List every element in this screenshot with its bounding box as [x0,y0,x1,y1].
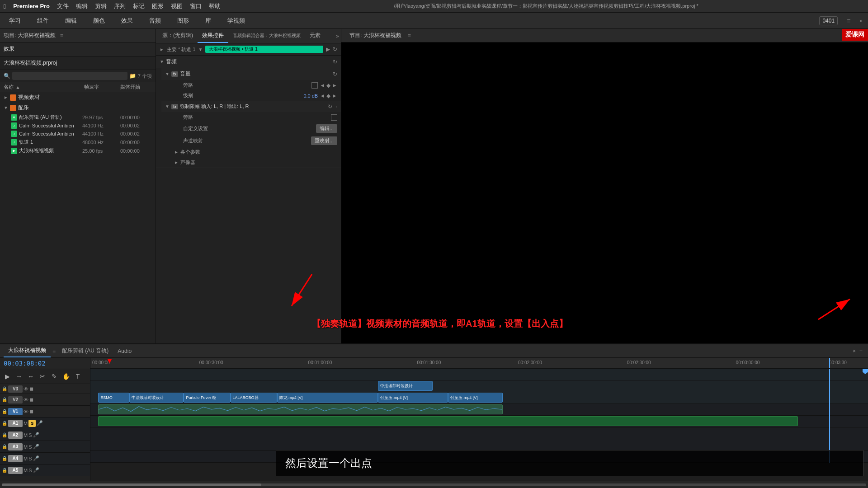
toolbar-graphics[interactable]: 图形 [174,16,193,26]
toolbar-effects[interactable]: 效果 [118,16,137,26]
tab-effects[interactable]: 效果 [4,44,14,54]
a4-solo[interactable]: S [28,456,32,461]
tool-pen[interactable]: ✎ [49,371,60,382]
a4-mic[interactable]: 🎤 [33,455,39,461]
timeline-tc-value[interactable]: 00:03:08:02 [4,360,46,367]
a4-lock[interactable]: 🔒 [2,456,7,461]
a1-lock[interactable]: 🔒 [2,421,7,426]
project-panel-menu[interactable]: ≡ [60,33,63,39]
folder-icon[interactable]: 📁 [129,73,136,79]
a1-solo[interactable]: S [28,420,36,427]
audio-arrow[interactable]: ▼ [160,59,164,64]
timeline-tab-main[interactable]: 大浪杯祝福视频 [4,344,51,357]
preview-menu-btn[interactable]: ≡ [408,33,411,39]
a2-solo[interactable]: S [28,432,32,438]
menu-view[interactable]: 视图 [171,2,183,10]
source-panel-expand[interactable]: » [336,33,339,39]
v3-lock[interactable]: 🔒 [2,386,7,391]
v1-lock[interactable]: 🔒 [2,409,7,414]
list-item[interactable]: ♪ 轨道 1 48000 Hz 00:00:00 [0,138,156,146]
a1-label[interactable]: A1 [8,420,23,427]
v3-eye[interactable]: 👁 [24,386,28,392]
scrollbar-thumb[interactable] [2,483,261,486]
timeline-tab-audio[interactable]: Audio [113,346,136,357]
a3-lock[interactable]: 🔒 [2,444,7,449]
v1-eye[interactable]: 👁 [24,409,28,414]
a1-mute[interactable]: M [24,421,28,426]
clip-chenlong[interactable]: 陈龙.mp4 [V] [277,393,378,403]
clip-name-bar[interactable]: 大浪杯祝福视频 • 轨道 1 [205,46,323,53]
clip-v1-design[interactable]: 中法埃菲时装设计 [129,393,184,403]
a3-label[interactable]: A3 [8,443,23,450]
limiter-extra[interactable]: · [336,103,337,110]
toolbar-edit[interactable]: 编辑 [61,16,80,26]
menu-graphic[interactable]: 图形 [152,2,164,10]
a2-mute[interactable]: M [24,432,28,438]
a2-label[interactable]: A2 [8,432,23,439]
v2-mute[interactable]: ◼ [29,397,33,403]
list-item[interactable]: A 配乐剪辑 (AU 音轨) 29.97 fps 00:00:00 [0,113,156,122]
a4-mute[interactable]: M [24,456,28,461]
toolbar-assembly[interactable]: 组件 [33,16,52,26]
v3-label[interactable]: V3 [8,385,23,393]
a1-mic[interactable]: 🎤 [37,420,43,426]
v2-lock[interactable]: 🔒 [2,397,7,402]
menu-clip[interactable]: 剪辑 [95,2,107,10]
asset-group-video-header[interactable]: ► 视频素材 [0,92,156,103]
a5-solo[interactable]: S [28,468,32,473]
tool-slide[interactable]: ↔ [25,371,36,382]
v3-mute[interactable]: ◼ [29,386,33,392]
list-item[interactable]: ♪ Calm Successful Ambien 44100 Hz 00:00:… [0,122,156,130]
limiter-reset[interactable]: ↻ [328,103,332,110]
scrollbar-track[interactable] [2,483,866,486]
a5-label[interactable]: A5 [8,467,23,474]
v2-label[interactable]: V2 [8,396,23,404]
bypass-checkbox[interactable] [311,82,318,89]
level-value[interactable]: 0.0 dB [300,93,318,99]
menu-sequence[interactable]: 序列 [114,2,126,10]
tool-ripple[interactable]: → [14,371,24,382]
tab-source[interactable]: 源：(无剪辑) [158,29,198,43]
level-kf-add[interactable]: ◆ [326,93,330,99]
list-item[interactable]: ♪ Calm Successful Ambien 44100 Hz 00:00:… [0,130,156,138]
audio-clip-a2[interactable] [98,416,798,426]
clip-particle-fever[interactable]: Particle Fever 粒 [184,393,230,403]
a5-mute[interactable]: M [24,468,28,473]
toolbar-learn[interactable]: 学习 [5,16,24,26]
menu-mark[interactable]: 标记 [133,2,145,10]
toolbar-expand-btn[interactable]: » [859,18,863,24]
a3-mute[interactable]: M [24,444,28,450]
limiter-bypass-checkbox[interactable] [331,114,337,121]
tool-razor[interactable]: ✂ [37,371,48,382]
params-arrow[interactable]: ► [174,150,179,155]
keyframe-left[interactable]: ◄ [320,82,325,89]
tab-audio-mixer[interactable]: 音频剪辑混合器：大浪杯祝福视频 [228,30,305,42]
clip-fuya1[interactable]: 付至压.mp4 [V] [378,393,448,403]
col-name-header[interactable]: 名称 ▲ [4,84,84,90]
v1-label[interactable]: V1 [8,408,23,415]
a5-mic[interactable]: 🎤 [33,467,39,473]
search-input[interactable] [12,72,127,80]
timeline-scrollbar[interactable] [0,481,868,488]
menu-file[interactable]: 文件 [57,2,69,10]
volume-reset[interactable]: ↻ [333,71,337,77]
apple-icon[interactable]:  [4,3,6,10]
tab-effect-controls[interactable]: 效果控件 [198,29,228,43]
toolbar-video-tutorial[interactable]: 学视频 [224,16,249,26]
tab-metadata[interactable]: 元素 [305,29,325,43]
a2-lock[interactable]: 🔒 [2,432,7,437]
menu-window[interactable]: 窗口 [190,2,202,10]
level-kf-left[interactable]: ◄ [320,93,325,99]
clip-reset-icon[interactable]: ↻ [333,46,337,52]
timeline-tab-music[interactable]: 配乐剪辑 (AU 音轨) [57,345,113,357]
timeline-close-btn[interactable]: × [851,346,858,356]
v2-eye[interactable]: 👁 [24,397,28,403]
remap-button[interactable]: 重映射... [311,136,337,145]
timeline-expand-btn[interactable]: + [858,346,864,356]
keyframe-add[interactable]: ◆ [326,82,330,89]
a2-mic[interactable]: 🎤 [33,432,39,438]
clip-v2-design[interactable]: 中法埃菲时装设计 [378,381,432,391]
track-dropdown-arrow[interactable]: ▼ [198,47,203,52]
workspace-menu-btn[interactable]: ≡ [847,17,850,24]
toolbar-audio[interactable]: 音频 [146,16,165,26]
